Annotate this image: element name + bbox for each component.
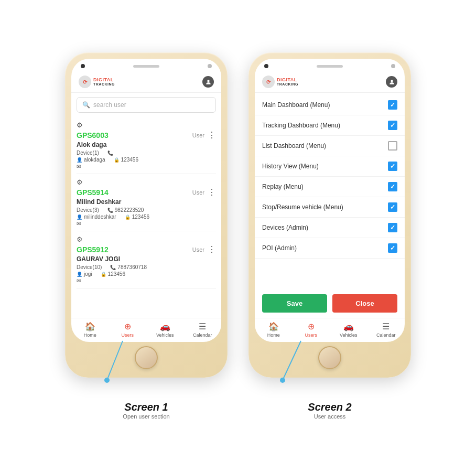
phone2-brand-digital: DIGITAL <box>277 78 298 82</box>
perm-item-1[interactable]: Tracking Dashboard (Menu) <box>255 115 405 136</box>
perm-item-5[interactable]: Stop/Resume vehicle (Menu) <box>255 197 405 218</box>
home-icon-1: 🏠 <box>85 321 95 331</box>
home-icon-2: 🏠 <box>268 321 279 331</box>
permissions-list: Main Dashboard (Menu)Tracking Dashboard … <box>255 93 405 289</box>
perm-label-7: POI (Admin) <box>262 244 297 252</box>
device-1: Device(1) <box>77 150 99 156</box>
nav-vehicles-1[interactable]: 🚗 Vehicles <box>146 321 184 338</box>
password-3: 🔒 123456 <box>101 271 125 277</box>
close-button[interactable]: Close <box>332 294 397 313</box>
phone1-home-button[interactable] <box>135 346 158 369</box>
user-card-2: ⚙ GPS5914 User ⋮ Milind Deshkar Device(3… <box>77 174 216 231</box>
email-icon-1: ✉ <box>77 164 81 169</box>
annotation-2: Screen 2 User access <box>283 401 377 420</box>
phone1-brand-digital: DIGITAL <box>93 78 115 82</box>
phone2-logo: ⟳ DIGITAL TRACKING <box>262 76 298 88</box>
perm-label-3: History View (Menu) <box>262 163 319 170</box>
dots-icon-3[interactable]: ⋮ <box>208 244 216 254</box>
nav-users-1[interactable]: ⊕ Users <box>109 321 147 338</box>
phone-1: 📞 <box>107 150 113 156</box>
svg-point-5 <box>280 378 285 383</box>
perm-checkbox-7[interactable] <box>388 243 397 253</box>
username-3: 👤 jogi <box>77 271 92 277</box>
nav-vehicles-label-2: Vehicles <box>340 332 358 338</box>
user-card-3: ⚙ GPS5912 User ⋮ GAURAV JOGI Device(10) … <box>77 231 216 288</box>
user-cred-row-2: 👤 milinddeshkar 🔒 123456 <box>77 214 216 220</box>
perm-checkbox-4[interactable] <box>388 182 397 191</box>
user-card-2-id-row: GPS5914 User ⋮ <box>77 187 216 197</box>
phone-3: 📞 7887360718 <box>110 264 147 270</box>
nav-users-label-2: Users <box>305 332 317 338</box>
svg-point-3 <box>391 80 393 82</box>
svg-point-0 <box>207 80 209 82</box>
svg-point-2 <box>104 378 110 383</box>
nav-vehicles-2[interactable]: 🚗 Vehicles <box>330 321 367 338</box>
phone1-bottom-nav: 🏠 Home ⊕ Users 🚗 Vehicles ☰ Calendar <box>71 318 221 342</box>
phone2-screen: ⟳ DIGITAL TRACKING Main Dashboard (Menu)… <box>255 59 405 342</box>
step-desc-2: User access <box>283 413 377 420</box>
nav-home-label-2: Home <box>267 332 280 338</box>
phone2-brand-tracking: TRACKING <box>277 82 298 86</box>
perm-item-0[interactable]: Main Dashboard (Menu) <box>255 95 405 115</box>
perm-item-7[interactable]: POI (Admin) <box>255 238 405 259</box>
perm-action-buttons: Save Close <box>255 289 405 318</box>
email-row-2: ✉ <box>77 221 216 227</box>
user-card-3-id-row: GPS5912 User ⋮ <box>77 244 216 254</box>
step-desc-1: Open user section <box>99 413 193 420</box>
phone2-user-button[interactable] <box>386 76 397 88</box>
perm-checkbox-0[interactable] <box>388 100 397 110</box>
perm-label-1: Tracking Dashboard (Menu) <box>262 122 340 129</box>
user-name-2: Milind Deshkar <box>77 198 216 206</box>
nav-home-1[interactable]: 🏠 Home <box>71 321 109 338</box>
perm-checkbox-2[interactable] <box>388 141 397 151</box>
phone2-logo-text: DIGITAL TRACKING <box>277 78 298 86</box>
user-role-1: User <box>192 132 204 138</box>
phone1-user-button[interactable] <box>202 76 214 88</box>
dots-icon-1[interactable]: ⋮ <box>208 130 216 140</box>
gear-icon-3[interactable]: ⚙ <box>77 235 83 243</box>
user-card-1-header: ⚙ <box>77 121 216 129</box>
dots-icon-2[interactable]: ⋮ <box>208 187 216 197</box>
vehicles-icon-2: 🚗 <box>343 321 354 331</box>
user-cred-row-1: 👤 alokdaga 🔒 123456 <box>77 157 216 163</box>
phone1-annotation-area: Screen 1 Open user section <box>65 378 228 420</box>
nav-calendar-2[interactable]: ☰ Calendar <box>367 321 405 338</box>
nav-users-label-1: Users <box>121 332 134 338</box>
phone-icon-1: 📞 <box>107 151 113 156</box>
perm-checkbox-6[interactable] <box>388 223 397 232</box>
user-role-2: User <box>192 189 204 196</box>
phone2-topbar <box>255 59 405 71</box>
phone2-annotation-area: Screen 2 User access <box>248 378 411 420</box>
step-label-2: Screen 2 <box>283 401 377 413</box>
phone1-speaker <box>133 65 159 68</box>
phone1-camera <box>81 64 85 68</box>
perm-label-0: Main Dashboard (Menu) <box>262 101 330 109</box>
user-detail-row-3: Device(10) 📞 7887360718 <box>77 264 216 270</box>
perm-checkbox-1[interactable] <box>388 121 397 130</box>
perm-item-2[interactable]: List Dashboard (Menu) <box>255 136 405 156</box>
phone2-bottom-nav: 🏠 Home ⊕ Users 🚗 Vehicles ☰ Calendar <box>255 318 405 342</box>
save-button[interactable]: Save <box>262 294 327 313</box>
perm-label-4: Replay (Menu) <box>262 183 304 190</box>
perm-item-4[interactable]: Replay (Menu) <box>255 177 405 197</box>
gear-icon-1[interactable]: ⚙ <box>77 121 83 129</box>
nav-users-2[interactable]: ⊕ Users <box>293 321 330 338</box>
nav-home-2[interactable]: 🏠 Home <box>255 321 293 338</box>
gear-icon-2[interactable]: ⚙ <box>77 178 83 186</box>
perm-checkbox-3[interactable] <box>388 162 397 171</box>
user-gps-id-3: GPS5912 <box>77 245 109 254</box>
phone1-brand-tracking: TRACKING <box>93 82 115 86</box>
user-card-1-id-row: GPS6003 User ⋮ <box>77 130 216 140</box>
email-icon-2: ✉ <box>77 221 81 227</box>
phone1-screen: ⟳ DIGITAL TRACKING 🔍 search user <box>71 59 221 342</box>
phone1-search-bar[interactable]: 🔍 search user <box>77 97 216 113</box>
users-icon-1: ⊕ <box>124 321 131 331</box>
nav-calendar-1[interactable]: ☰ Calendar <box>184 321 222 338</box>
perm-label-5: Stop/Resume vehicle (Menu) <box>262 203 343 211</box>
perm-item-3[interactable]: History View (Menu) <box>255 156 405 177</box>
phone2-home-button[interactable] <box>318 346 341 369</box>
password-1: 🔒 123456 <box>114 157 138 163</box>
user-gps-id-1: GPS6003 <box>77 131 109 140</box>
perm-item-6[interactable]: Devices (Admin) <box>255 218 405 238</box>
perm-checkbox-5[interactable] <box>388 202 397 212</box>
